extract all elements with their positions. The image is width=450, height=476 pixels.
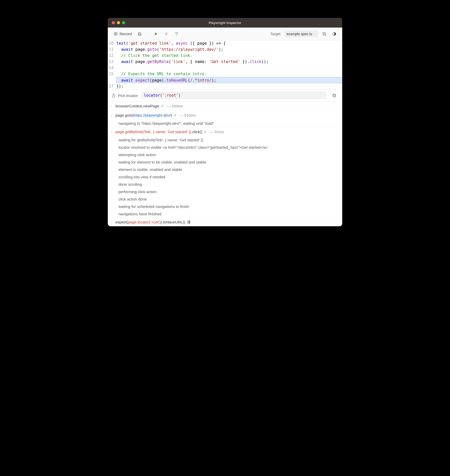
svg-point-1: [115, 33, 116, 34]
maximize-icon[interactable]: [122, 21, 125, 24]
pause-icon: [164, 32, 168, 36]
call-detail: navigating to "https://playwright.dev/",…: [108, 120, 342, 127]
editor-gutter: 10111213141517: [108, 40, 116, 89]
call-detail: performing click action: [108, 188, 342, 195]
copy-locator-button[interactable]: [330, 92, 339, 99]
clear-lines-icon: [322, 32, 326, 36]
theme-button[interactable]: [330, 30, 339, 38]
step-button[interactable]: [172, 30, 181, 38]
close-icon[interactable]: [112, 21, 115, 24]
call-row[interactable]: ⌄page.goto(https://playwright.dev/) ✓ — …: [108, 110, 342, 120]
call-row[interactable]: ›expect(page.locator(':root')).toHaveURL…: [108, 218, 342, 226]
svg-rect-4: [165, 32, 166, 35]
call-detail: navigations have finished: [108, 210, 342, 218]
copy-icon: [137, 32, 142, 36]
copy-button[interactable]: [135, 30, 144, 38]
svg-rect-9: [333, 94, 335, 96]
traffic-lights: [108, 21, 125, 24]
toolbar: Record Target: example.spec.ts ⌄: [108, 28, 342, 40]
target-select[interactable]: example.spec.ts ⌄: [284, 30, 318, 37]
call-detail: click action done: [108, 195, 342, 203]
svg-rect-3: [138, 32, 140, 35]
inspector-window: Playwright Inspector Record Target: exam…: [108, 18, 342, 226]
titlebar: Playwright Inspector: [108, 18, 342, 28]
copy-icon: [332, 93, 337, 98]
call-detail: attempting click action: [108, 151, 342, 158]
call-detail: element is visible, enabled and stable: [108, 166, 342, 173]
call-detail: waiting for scheduled navigations to fin…: [108, 203, 342, 210]
pick-locator-button[interactable]: Pick locator: [111, 93, 138, 98]
call-row[interactable]: ›browserContext.newPage ✓ — 293ms: [108, 102, 342, 110]
play-button[interactable]: [152, 30, 160, 38]
target-label: Target:: [270, 32, 281, 36]
call-detail: done scrolling: [108, 181, 342, 188]
code-editor[interactable]: 10111213141517 test('get started link', …: [108, 40, 342, 89]
svg-rect-5: [166, 32, 167, 35]
window-title: Playwright Inspector: [108, 21, 342, 25]
step-icon: [174, 32, 179, 36]
call-detail: waiting for element to be visible, enabl…: [108, 158, 342, 166]
locator-input[interactable]: locator(':root'): [141, 92, 326, 99]
call-detail: waiting for getByRole('link', { name: 'G…: [108, 136, 342, 144]
editor-code: test('get started link', async ({ page }…: [116, 40, 342, 89]
theme-icon: [332, 32, 337, 36]
flask-icon: [111, 93, 116, 98]
call-log: ›browserContext.newPage ✓ — 293ms⌄page.g…: [108, 101, 342, 226]
svg-rect-2: [139, 33, 141, 36]
locator-bar: Pick locator locator(':root'): [108, 89, 342, 101]
call-detail: scrolling into view if needed: [108, 173, 342, 181]
record-button[interactable]: Record: [111, 30, 134, 38]
pause-button[interactable]: [162, 30, 170, 38]
clear-button[interactable]: [320, 30, 328, 38]
call-row[interactable]: ⌄page.getByRole('link', { name: 'Get sta…: [108, 127, 342, 136]
svg-point-6: [176, 34, 177, 35]
call-detail: locator resolved to visible <a href="/do…: [108, 144, 342, 151]
chevron-down-icon: ⌄: [314, 32, 316, 35]
record-icon: [113, 32, 118, 36]
minimize-icon[interactable]: [117, 21, 120, 24]
svg-rect-8: [334, 95, 336, 97]
play-icon: [154, 32, 158, 36]
